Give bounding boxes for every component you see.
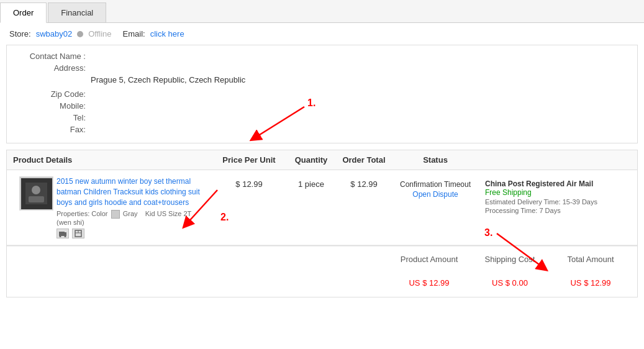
totals-section: Product Amount Shipping Cost Total Amoun… — [6, 246, 638, 297]
product-amount-value-col: US $ 12.99 — [389, 275, 469, 291]
address-section: Contact Name : Address: Prague 5, Czech … — [6, 45, 638, 143]
truck-icon — [58, 230, 67, 237]
product-icon-2[interactable] — [72, 229, 84, 238]
tel-label: Tel: — [16, 113, 91, 122]
product-image-inner — [21, 178, 52, 209]
mobile-label: Mobile: — [16, 101, 91, 111]
product-info: 2015 new autumn winter boy set thermal b… — [53, 176, 212, 238]
svg-point-2 — [32, 186, 40, 194]
product-order-total: $ 12.99 — [336, 176, 392, 189]
product-title-link[interactable]: 2015 new autumn winter boy set thermal b… — [57, 176, 209, 207]
tabs-bar: Order Financial — [0, 0, 644, 23]
totals-labels-row: Product Amount Shipping Cost Total Amoun… — [7, 246, 637, 273]
email-link[interactable]: click here — [150, 29, 184, 39]
store-name-link[interactable]: swbaby02 — [36, 29, 73, 39]
header-product-details: Product Details — [7, 155, 212, 165]
product-amount-value: US $ 12.99 — [395, 278, 463, 288]
box-icon — [74, 230, 83, 237]
product-icon-1[interactable] — [57, 229, 69, 238]
product-quantity: 1 piece — [286, 176, 336, 189]
size-label: Kid US Size 2T — [145, 210, 192, 217]
total-amount-col: Total Amount — [550, 252, 631, 270]
open-dispute-link[interactable]: Open Dispute — [392, 190, 479, 199]
offline-dot — [77, 31, 83, 37]
header-quantity: Quantity — [286, 155, 336, 165]
delivery-time: Estimated Delivery Time: 15-39 Days — [485, 198, 637, 206]
shipping-cost-value: US $ 0.00 — [476, 278, 544, 288]
email-label: Email: — [123, 29, 145, 39]
totals-values-row: US $ 12.99 US $ 0.00 US $ 12.99 — [7, 273, 637, 297]
product-properties: Properties: Color Gray Kid US Size 2T — [57, 210, 209, 219]
fax-label: Fax: — [16, 125, 91, 134]
shipping-cost-label: Shipping Cost — [476, 255, 544, 264]
product-table-header: Product Details Price Per Unit Quantity … — [7, 150, 637, 170]
product-amount-col: Product Amount — [389, 252, 469, 270]
product-thumbnail-svg — [25, 183, 47, 204]
total-amount-value-col: US $ 12.99 — [550, 275, 631, 291]
product-action-icons — [57, 229, 209, 238]
header-price-per-unit: Price Per Unit — [212, 155, 286, 165]
store-label: Store: — [9, 29, 31, 39]
svg-marker-5 — [65, 232, 66, 236]
svg-rect-4 — [59, 232, 65, 236]
product-price: $ 12.99 — [212, 176, 286, 189]
processing-time: Processing Time: 7 Days — [485, 207, 637, 214]
svg-rect-3 — [29, 196, 44, 202]
address-annotation-wrapper: Contact Name : Address: Prague 5, Czech … — [0, 45, 644, 143]
shipping-cost-value-col: US $ 0.00 — [469, 275, 550, 291]
product-cell: 2015 new autumn winter boy set thermal b… — [7, 176, 212, 238]
tab-financial[interactable]: Financial — [48, 2, 106, 22]
page-wrapper: Order Financial Store: swbaby02 Offline … — [0, 0, 644, 349]
product-table: Product Details Price Per Unit Quantity … — [6, 150, 638, 246]
store-bar: Store: swbaby02 Offline Email: click her… — [0, 23, 644, 45]
confirmation-timeout-text: Confirmation Timeout — [400, 180, 471, 189]
header-status: Status — [392, 155, 479, 165]
zip-label: Zip Code: — [16, 89, 91, 99]
color-value: Gray — [123, 210, 138, 217]
offline-status: Offline — [88, 29, 111, 39]
shipping-info-cell: China Post Registered Air Mail Free Ship… — [479, 176, 637, 214]
shipping-cost-col: Shipping Cost — [469, 252, 550, 270]
product-image — [19, 176, 53, 211]
contact-name-label: Contact Name : — [16, 52, 91, 61]
tab-order[interactable]: Order — [0, 2, 47, 23]
total-amount-value: US $ 12.99 — [556, 278, 625, 288]
shipping-method: China Post Registered Air Mail — [485, 179, 637, 188]
product-amount-label: Product Amount — [395, 255, 463, 264]
total-amount-label: Total Amount — [556, 255, 625, 264]
product-table-container: Product Details Price Per Unit Quantity … — [6, 150, 638, 246]
color-swatch — [111, 210, 120, 219]
product-status: Confirmation Timeout Open Dispute — [392, 176, 479, 199]
product-row: 2015 new autumn winter boy set thermal b… — [7, 170, 637, 245]
address-city: Prague 5, Czech Republic, Czech Republic — [91, 75, 628, 84]
header-shipping — [479, 155, 637, 165]
address-label: Address: — [16, 63, 91, 73]
free-shipping-label: Free Shipping — [485, 188, 637, 197]
props-label: Properties: Color — [57, 210, 108, 217]
product-seller: (wen shi) — [57, 219, 209, 226]
header-order-total: Order Total — [336, 155, 392, 165]
